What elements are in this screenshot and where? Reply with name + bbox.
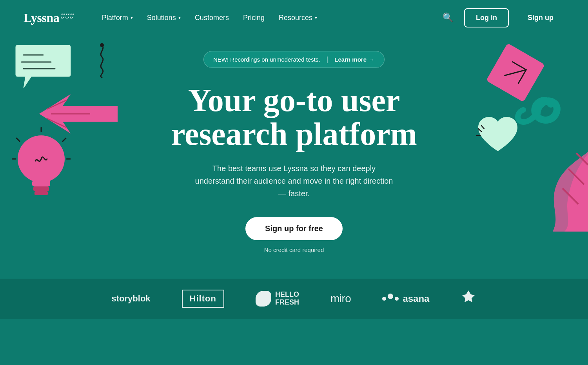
nav-actions: 🔍 Log in Sign up xyxy=(439,8,564,27)
svg-line-13 xyxy=(16,138,20,141)
chevron-down-icon: ▾ xyxy=(178,15,181,20)
lightbulb-decoration xyxy=(12,126,71,204)
chevron-down-icon: ▾ xyxy=(315,15,317,20)
svg-rect-9 xyxy=(32,181,50,186)
svg-point-8 xyxy=(18,135,65,182)
chevron-down-icon: ▾ xyxy=(131,15,133,20)
svg-rect-17 xyxy=(486,43,545,102)
svg-line-24 xyxy=(576,153,588,165)
svg-line-23 xyxy=(481,126,484,129)
svg-point-3 xyxy=(100,43,104,47)
asana-dot-right xyxy=(395,297,399,301)
svg-line-22 xyxy=(478,129,481,131)
learn-more-link[interactable]: Learn more → xyxy=(334,56,375,63)
login-button[interactable]: Log in xyxy=(464,8,509,27)
logo-miro: miro xyxy=(330,292,351,305)
svg-line-25 xyxy=(568,169,584,184)
svg-line-19 xyxy=(518,70,526,84)
nav-solutions[interactable]: Solutions ▾ xyxy=(142,11,186,25)
logos-bar: storyblok Hilton HELLOFRESH miro asana xyxy=(0,279,588,319)
nav-platform[interactable]: Platform ▾ xyxy=(96,11,138,25)
signup-hero-button[interactable]: Sign up for free xyxy=(245,217,343,240)
asana-dots-icon xyxy=(382,294,399,304)
nav-resources[interactable]: Resources ▾ xyxy=(273,11,323,25)
svg-rect-11 xyxy=(34,191,48,195)
speech-bubble-decoration xyxy=(12,43,74,90)
mint-heart-decoration xyxy=(474,114,521,157)
hero-title: Your go-to user research platform xyxy=(157,84,431,151)
svg-rect-10 xyxy=(33,186,49,191)
svg-line-7 xyxy=(47,119,67,128)
logo-storyblok: storyblok xyxy=(112,294,151,304)
svg-line-26 xyxy=(563,188,578,204)
nav-customers[interactable]: Customers xyxy=(189,11,234,25)
svg-marker-4 xyxy=(39,94,118,133)
nav-links: Platform ▾ Solutions ▾ Customers Pricing… xyxy=(96,11,439,25)
pink-ribbon-decoration xyxy=(486,145,588,224)
logo-asana: asana xyxy=(382,293,429,304)
announcement-text: NEW! Recordings on unmoderated tests. xyxy=(213,56,320,63)
svg-line-5 xyxy=(47,100,67,109)
hellofresh-blob-icon xyxy=(256,291,271,307)
signup-nav-button[interactable]: Sign up xyxy=(517,9,564,27)
svg-line-18 xyxy=(513,62,526,70)
no-credit-card-note: No credit card required xyxy=(264,246,324,253)
hero-subtitle: The best teams use Lyssna so they can de… xyxy=(192,162,396,200)
pink-diamond-decoration xyxy=(482,39,549,106)
teal-swirl-decoration xyxy=(510,86,564,141)
logo-hellofresh: HELLOFRESH xyxy=(256,291,299,307)
hero-section: NEW! Recordings on unmoderated tests. | … xyxy=(0,35,588,279)
svg-line-20 xyxy=(505,62,526,84)
pink-arrow-decoration xyxy=(39,94,110,133)
asana-dot-top xyxy=(388,294,393,299)
logo-airbnb xyxy=(461,290,476,308)
squiggle-decoration xyxy=(86,43,118,78)
asana-dot-left xyxy=(382,297,386,301)
logo[interactable]: Lyssnaᵕ̈ᵕ̈ᵕ̈ xyxy=(24,11,73,25)
logo-hilton: Hilton xyxy=(182,290,224,308)
svg-line-14 xyxy=(63,138,66,141)
announcement-separator: | xyxy=(327,55,328,64)
announcement-banner[interactable]: NEW! Recordings on unmoderated tests. | … xyxy=(203,51,385,68)
nav-pricing[interactable]: Pricing xyxy=(238,11,270,25)
navbar: Lyssnaᵕ̈ᵕ̈ᵕ̈ Platform ▾ Solutions ▾ Cust… xyxy=(0,0,588,35)
search-icon[interactable]: 🔍 xyxy=(439,9,456,26)
